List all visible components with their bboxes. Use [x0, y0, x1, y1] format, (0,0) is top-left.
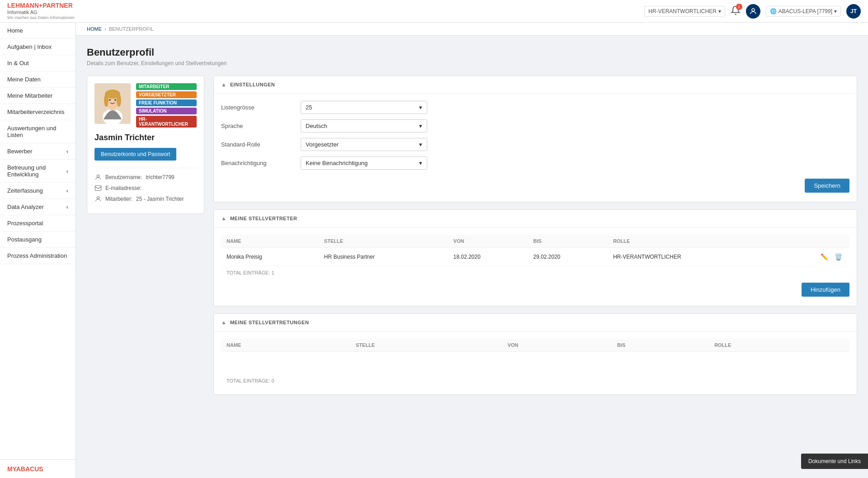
badge-hr-verantwortlicher: HR-VERANTWORTLICHER [136, 116, 197, 128]
sidebar-item-prozess-admin[interactable]: Prozess Administration [0, 248, 75, 264]
stellvertreter-table: NAME STELLE VON BIS ROLLE [221, 235, 849, 266]
footer-my: MY [7, 465, 16, 473]
logo: LEHMANN+PARTNER Informatik AG Wir machen… [7, 2, 75, 20]
cards-row: MITARBEITER VORGESETZTER FREIE FUNKTION … [87, 76, 857, 395]
sidebar-item-mitarbeiterverzeichnis[interactable]: Mitarbeiterverzeichnis [0, 104, 75, 120]
user-profile-icon[interactable] [746, 4, 760, 19]
sprache-select[interactable]: Deutsch ▾ [301, 119, 427, 133]
total-label: TOTAL EINTRÄGE: [226, 270, 270, 275]
sprache-value: Deutsch [306, 123, 327, 129]
sidebar-item-prozessportal[interactable]: Prozessportal [0, 215, 75, 232]
form-row-standard-rolle: Standard-Rolle Vorgesetzter ▾ [221, 138, 849, 151]
svg-rect-11 [95, 186, 101, 191]
employee-label: Mitarbeiter: [105, 196, 132, 202]
col-bis: BIS [612, 339, 709, 352]
badge-simulation: SIMULATION [136, 108, 197, 114]
stellvertretungen-header[interactable]: ▲ MEINE STELLVERTRETUNGEN [214, 314, 857, 331]
sidebar-item-home[interactable]: Home [0, 23, 75, 39]
breadcrumb: HOME › BENUTZERPROFIL [76, 23, 868, 36]
logo-text-partner: PARTNER [42, 2, 73, 9]
col-von: VON [502, 339, 612, 352]
svg-point-10 [97, 175, 99, 177]
sidebar-item-meine-daten[interactable]: Meine Daten [0, 71, 75, 88]
bell-icon-button[interactable]: 1 [731, 5, 741, 17]
chevron-down-icon: ▾ [419, 141, 422, 148]
listgrosse-label: Listengrösse [221, 104, 293, 111]
sidebar-item-label: Home [7, 27, 23, 34]
row-stelle: HR Business Partner [319, 248, 448, 266]
edit-button[interactable]: ✏️ [819, 252, 830, 261]
page-content: Benutzerprofil Details zum Benutzer, Ein… [76, 36, 868, 406]
chevron-right-icon: ‹ [66, 148, 68, 155]
stellvertretungen-title: MEINE STELLVERTRETUNGEN [230, 320, 309, 325]
row-bis: 29.02.2020 [528, 248, 608, 266]
sidebar-item-data-analyzer[interactable]: Data Analyzer ‹ [0, 199, 75, 215]
sidebar-item-zeiterfassung[interactable]: Zeiterfassung ‹ [0, 183, 75, 199]
sidebar-item-label: Prozess Administration [7, 252, 67, 259]
sidebar-item-label: Data Analyzer [7, 204, 44, 210]
sidebar-item-meine-mitarbeiter[interactable]: Meine Mitarbeiter [0, 88, 75, 104]
stellvertreter-title: MEINE STELLVERTRETER [230, 216, 297, 221]
language-label: ABACUS-LEPA [7799] [778, 8, 832, 14]
svg-point-7 [117, 94, 121, 107]
einstellungen-panel: ▲ EINSTELLUNGEN Listengrösse 25 ▾ [213, 76, 857, 202]
employee-icon [94, 195, 102, 203]
svg-point-9 [114, 99, 116, 101]
role-selector[interactable]: HR-VERANTWORTLICHER ▾ [644, 6, 725, 17]
table-row: Monika Preisig HR Business Partner 18.02… [221, 248, 849, 266]
stellvertretungen-total: TOTAL EINTRÄGE: 0 [221, 374, 849, 387]
benachrichtigung-value: Keine Benachrichtigung [306, 160, 368, 166]
top-navigation: LEHMANN+PARTNER Informatik AG Wir machen… [0, 0, 868, 23]
user-initials-avatar[interactable]: JT [846, 4, 861, 19]
svg-point-8 [109, 99, 111, 101]
hinzufuegen-button[interactable]: Hinzufügen [802, 283, 849, 297]
row-rolle: HR-VERANTWORTLICHER [608, 248, 774, 266]
einstellungen-header[interactable]: ▲ EINSTELLUNGEN [214, 76, 857, 94]
sidebar-item-betreuung[interactable]: Betreuung und Entwicklung ‹ [0, 160, 75, 183]
badge-freie-funktion: FREIE FUNKTION [136, 99, 197, 106]
sidebar-nav: Home Aufgaben | Inbox In & Out Meine Dat… [0, 23, 75, 264]
profile-username-row: Benutzername: trichter7799 [94, 174, 197, 181]
user-icon [94, 174, 102, 181]
row-name: Monika Preisig [221, 248, 319, 266]
sidebar-footer: MYABACUS [0, 459, 75, 478]
sidebar: Home Aufgaben | Inbox In & Out Meine Dat… [0, 23, 76, 478]
profile-name: Jasmin Trichter [94, 133, 197, 142]
table-header-row: NAME STELLE VON BIS ROLLE [221, 339, 849, 352]
logo-tagline: Wir machen aus Daten Informationen [7, 15, 75, 20]
benachrichtigung-select[interactable]: Keine Benachrichtigung ▾ [301, 156, 427, 170]
sidebar-item-bewerber[interactable]: Bewerber ‹ [0, 143, 75, 160]
badge-vorgesetzter: VORGESETZTER [136, 91, 197, 98]
sidebar-item-in-out[interactable]: In & Out [0, 55, 75, 71]
sidebar-item-aufgaben[interactable]: Aufgaben | Inbox [0, 39, 75, 55]
sidebar-item-label: In & Out [7, 60, 29, 66]
col-bis: BIS [528, 235, 608, 248]
save-button[interactable]: Speichern [805, 179, 849, 193]
breadcrumb-home[interactable]: HOME [87, 26, 102, 32]
col-rolle: ROLLE [709, 339, 849, 352]
svg-point-6 [104, 94, 108, 107]
form-row-benachrichtigung: Benachrichtigung Keine Benachrichtigung … [221, 156, 849, 170]
language-selector[interactable]: 🌐 ABACUS-LEPA [7799] ▾ [766, 6, 841, 17]
sidebar-item-postausgang[interactable]: Postausgang [0, 232, 75, 248]
employee-value: 25 - Jasmin Trichter [136, 196, 184, 202]
right-panels: ▲ EINSTELLUNGEN Listengrösse 25 ▾ [213, 76, 857, 395]
dokumente-links-button[interactable]: Dokumente und Links [801, 454, 868, 469]
col-von: VON [448, 235, 528, 248]
sidebar-item-auswertungen[interactable]: Auswertungen und Listen [0, 120, 75, 143]
main-layout: Home Aufgaben | Inbox In & Out Meine Dat… [0, 23, 868, 478]
standard-rolle-select[interactable]: Vorgesetzter ▾ [301, 138, 427, 151]
profile-email-row: E-mailadresse: [94, 185, 197, 192]
save-row: Speichern [221, 175, 849, 194]
account-password-button[interactable]: Benutzerkonto und Passwort [94, 148, 176, 161]
chevron-up-icon: ▲ [221, 215, 226, 222]
col-name: NAME [221, 235, 319, 248]
logo-plus: + [39, 2, 42, 9]
svg-point-12 [97, 197, 99, 199]
total-count: 1 [271, 270, 274, 275]
einstellungen-body: Listengrösse 25 ▾ Sprache Deutsch [214, 94, 857, 202]
badge-mitarbeiter: MITARBEITER [136, 83, 197, 90]
stellvertreter-header[interactable]: ▲ MEINE STELLVERTRETER [214, 210, 857, 227]
listgrosse-select[interactable]: 25 ▾ [301, 101, 427, 114]
delete-button[interactable]: 🗑️ [833, 252, 844, 261]
